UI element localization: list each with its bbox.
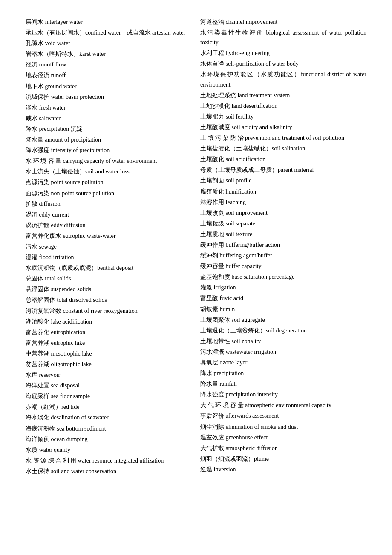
list-item: 水库 reservoir (26, 370, 192, 380)
list-item: 海洋处置 sea disposal (26, 381, 192, 390)
list-item: 烟尘消除 elimination of smoke and dust (200, 422, 366, 432)
list-item: 水土流失（土壤侵蚀）soil and water loss (26, 167, 192, 176)
list-item: 层间水 interlayer water (26, 17, 192, 27)
list-item: 水体自净 self-purification of water body (200, 59, 366, 69)
right-column: 河道整治 channel improvement水污染毒性生物评价 biolog… (200, 17, 366, 476)
list-item: 降水强度 intensity of precipitation (26, 145, 192, 155)
list-item: 漫灌 flood irritation (26, 252, 192, 262)
list-item: 缓冲作用 buffering/buffer action (200, 240, 366, 250)
list-item: 水污染毒性生物评价 biological assessment of water… (200, 28, 366, 47)
list-item: 海底沉积物 sea bottom sediment (26, 424, 192, 434)
list-item: 岩溶水（喀斯特水）karst water (26, 49, 192, 59)
list-item: 降水量 rainfall (200, 379, 366, 389)
list-item: 降水 precipitation 沉淀 (26, 124, 192, 134)
list-item: 海水淡化 desalination of seawater (26, 413, 192, 422)
list-item: 中营养湖 mesotrophic lake (26, 349, 192, 358)
list-item: 大气扩散 atmospheric diffusion (200, 443, 366, 453)
list-item: 土壤酸化 soil acidification (200, 154, 366, 164)
list-item: 悬浮固体 suspended solids (26, 284, 192, 294)
list-item: 土壤粒级 soil separate (200, 219, 366, 228)
list-item: 温室效应 greenhouse effect (200, 433, 366, 442)
list-item: 水底沉积物（底质或底泥）benthal deposit (26, 263, 192, 273)
list-item: 面源污染 non-point source pollution (26, 188, 192, 198)
list-item: 富营养化废水 eutrophic waste-water (26, 231, 192, 241)
list-item: 缓冲剂 buffering agent/buffer (200, 251, 366, 260)
list-item: 土壤盐渍化（土壤盐碱化）soil salination (200, 144, 366, 153)
list-item: 土地沙漠化 land desertification (200, 101, 366, 111)
list-item: 水 资 源 综 合 利 用 water resource integrated … (26, 456, 192, 465)
list-item: 胡敏素 humin (200, 304, 366, 314)
list-item: 孔隙水 void water (26, 38, 192, 48)
list-item: 河道整治 channel improvement (200, 17, 366, 27)
list-item: 腐殖质化 humification (200, 187, 366, 197)
list-item: 富营养湖 eutrophic lake (26, 338, 192, 348)
list-item: 咸水 saltwater (26, 113, 192, 123)
list-item: 径流 runoff flow (26, 60, 192, 69)
list-item: 土壤质地 soil texture (200, 229, 366, 239)
list-item: 污水 sewage (26, 242, 192, 251)
list-item: 淡水 fresh water (26, 103, 192, 113)
list-item: 总固体 total solids (26, 274, 192, 283)
list-item: 地下水 ground water (26, 81, 192, 91)
list-item: 富里酸 fuvic acid (200, 293, 366, 303)
list-item: 逆温 inversion (200, 465, 366, 474)
list-item: 流域保护 water basin protection (26, 92, 192, 102)
list-item: 水利工程 hydro-engineering (200, 48, 366, 58)
list-item: 缓冲容量 buffer capacity (200, 261, 366, 271)
list-item: 土壤改良 soil improvement (200, 208, 366, 218)
list-item: 烟羽（烟流或羽流）plume (200, 454, 366, 464)
list-item: 水 环 境 容 量 carrying capacity of water env… (26, 156, 192, 166)
list-item: 事后评价 afterwards assessment (200, 411, 366, 421)
list-item: 降水强度 precipitation intensity (200, 390, 366, 399)
list-item: 土壤肥力 soil fertility (200, 112, 366, 121)
list-item: 大 气 环 境 容 量 atmospheric environmental ca… (200, 400, 366, 410)
list-item: 臭氧层 ozone layer (200, 358, 366, 367)
list-item: 总溶解固体 total dissolved solids (26, 295, 192, 305)
list-item: 点源污染 point source pollution (26, 177, 192, 187)
list-item: 淋溶作用 leaching (200, 197, 366, 207)
main-content: 层间水 interlayer water承压水（有压层间水）confined w… (26, 17, 366, 476)
list-item: 承压水（有压层间水）confined water 或自流水 artesian w… (26, 28, 192, 38)
list-item: 灌溉 irrigation (200, 283, 366, 292)
list-item: 土地处理系统 land treatment system (200, 90, 366, 100)
list-item: 涡流 eddy current (26, 210, 192, 220)
list-item: 赤潮（红潮）red tide (26, 402, 192, 412)
list-item: 湖泊酸化 lake acidification (26, 317, 192, 327)
list-item: 土 壤 污 染 防 治 prevention and treatment of … (200, 133, 366, 143)
list-item: 土壤退化（土壤贫瘠化）soil degeneration (200, 326, 366, 335)
list-item: 涡流扩散 eddy diffusion (26, 220, 192, 230)
list-item: 土壤剖面 soil profile (200, 176, 366, 185)
list-item: 污水灌溉 wastewater irrigation (200, 347, 366, 357)
list-item: 土壤酸碱度 soil acidity and alkalinity (200, 122, 366, 132)
list-item: 地表径流 runoff (26, 70, 192, 80)
list-item: 海底采样 sea floor sample (26, 391, 192, 401)
list-item: 海洋倾倒 ocean dumping (26, 434, 192, 444)
list-item: 降水量 amount of precipitation (26, 135, 192, 145)
list-item: 水环境保护功能区（水质功能区）functional district of wa… (200, 69, 366, 89)
list-item: 降水 precipitation (200, 368, 366, 378)
left-column: 层间水 interlayer water承压水（有压层间水）confined w… (26, 17, 192, 476)
list-item: 盐基饱和度 base saturation percentage (200, 272, 366, 282)
list-item: 扩散 diffusion (26, 199, 192, 209)
list-item: 富营养化 eutrophication (26, 327, 192, 337)
list-item: 土壤团聚体 soil aggregate (200, 315, 366, 325)
list-item: 河流复氧常数 constant of river reoxygenation (26, 306, 192, 316)
list-item: 水土保持 soil and water conservation (26, 466, 192, 476)
list-item: 母质（土壤母质或成土母质）parent material (200, 165, 366, 175)
list-item: 土壤地带性 soil zonality (200, 336, 366, 346)
list-item: 贫营养湖 oligotrophic lake (26, 359, 192, 369)
list-item: 水质 water quality (26, 445, 192, 455)
